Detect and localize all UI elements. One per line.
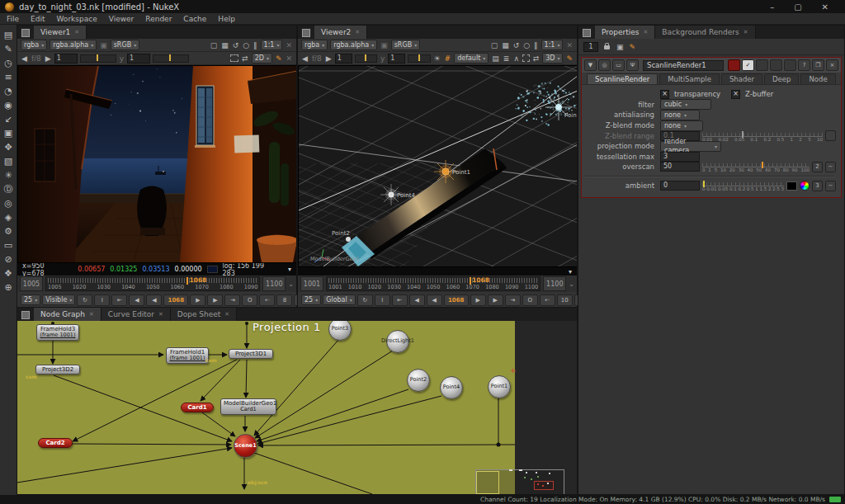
postage-stamp-toggle[interactable]: ✓	[742, 59, 754, 71]
ambient-animation-button[interactable]: ~	[825, 181, 836, 191]
overscan-slider[interactable]: 015102030405060708090100	[702, 162, 810, 172]
frame-range-mode-dropdown[interactable]: Global	[323, 294, 356, 305]
step-forward-button[interactable]: ▶	[190, 294, 205, 306]
prev-keyframe-button[interactable]: ◀	[129, 294, 144, 306]
range-end-input[interactable]: 1100	[543, 276, 566, 291]
view-mode-dropdown[interactable]: 2D	[252, 53, 272, 64]
zblend-range-slider[interactable]: 0.010.020.050.10.20.512510	[702, 131, 823, 141]
tab-close-icon[interactable]: ✕	[158, 311, 163, 318]
fps-dropdown[interactable]: 25	[21, 294, 40, 305]
info-expander-icon[interactable]: ▾	[569, 268, 572, 276]
viewer2-viewport[interactable]: Point4 Point1 Point2	[298, 65, 577, 267]
pause-icon[interactable]: ‖	[533, 41, 539, 49]
tab-scanlinerender[interactable]: ScanlineRender	[587, 73, 658, 84]
gain-up-icon[interactable]: ▶	[45, 54, 52, 63]
inout-button[interactable]: O	[242, 294, 257, 306]
tab-node-graph[interactable]: Node Graph ✕	[34, 308, 101, 321]
node-point2[interactable]: Point2	[407, 369, 430, 392]
transparency-checkbox[interactable]: ×	[660, 90, 669, 99]
gain-up-icon[interactable]: ▶	[325, 54, 333, 63]
tab-properties[interactable]: Properties ✕	[595, 26, 655, 39]
view-mode-dropdown[interactable]: 3D	[542, 53, 563, 64]
keyer-icon[interactable]: ↙	[2, 112, 15, 126]
decrement-button[interactable]: ⇠	[259, 294, 275, 306]
channels-dropdown[interactable]: rgba	[21, 40, 47, 50]
timeline-expander-icon[interactable]: ⌄	[288, 280, 294, 288]
edit-pencil-icon[interactable]: ✎	[629, 43, 637, 51]
gain-input[interactable]: 1	[335, 54, 352, 64]
timeline-ruler[interactable]: 1068 10011010102010301040105010601070108…	[326, 276, 541, 291]
goto-end-button[interactable]: ⇥	[505, 294, 521, 306]
gamma-slider[interactable]	[408, 54, 430, 63]
lock-icon[interactable]	[604, 45, 610, 49]
transform-icon[interactable]: ✥	[2, 140, 15, 154]
stop-button[interactable]: I	[94, 294, 110, 306]
inout-button[interactable]: O	[522, 294, 538, 306]
step-back-button[interactable]: ◀	[427, 294, 442, 306]
antialiasing-dropdown[interactable]: none	[660, 110, 700, 120]
decrement-button[interactable]: ⇠	[540, 294, 555, 306]
max-panels-input[interactable]: 1	[583, 42, 598, 52]
roi-icon[interactable]	[522, 54, 530, 62]
zblend-mode-dropdown[interactable]: none	[660, 120, 703, 131]
region-icon[interactable]: ○	[522, 41, 531, 49]
overscan-animation-button[interactable]: ~	[825, 162, 836, 172]
refresh-icon[interactable]: ↺	[512, 41, 521, 49]
input-process-icon[interactable]: ⇄	[532, 54, 541, 63]
prev-keyframe-button[interactable]: ◀	[409, 294, 425, 306]
node-framehold1[interactable]: FrameHold1 (frame 1001)	[166, 347, 209, 364]
gamma-input[interactable]: 1	[388, 54, 405, 64]
node-framehold3[interactable]: FrameHold3 (frame 1001)	[36, 324, 79, 341]
timeline-ruler[interactable]: 1068 10051020103010401050106010701080109…	[45, 276, 260, 291]
help-button[interactable]: ?	[798, 59, 810, 71]
shading-dropdown[interactable]: default	[454, 53, 489, 64]
minimize-button[interactable]: –	[770, 2, 774, 12]
maximize-button[interactable]: ▢	[794, 2, 801, 12]
node-project3d1[interactable]: Project3D1	[229, 349, 273, 359]
zblend-extra-button[interactable]	[825, 130, 836, 141]
menu-file[interactable]: File	[7, 15, 19, 23]
panel-menu-icon[interactable]	[582, 28, 592, 38]
tab-background-renders[interactable]: Background Renders ✕	[655, 26, 755, 39]
collapse-button[interactable]: ▼	[584, 59, 597, 71]
gain-slider[interactable]	[80, 54, 116, 63]
goto-start-button[interactable]: ⇤	[392, 294, 408, 306]
node-name-input[interactable]: ScanlineRender1	[643, 60, 724, 71]
ocio-icon[interactable]: ⊘	[2, 252, 15, 266]
node-project3d2[interactable]: Project3D2	[35, 365, 80, 374]
timeline-expander-icon[interactable]: ⌄	[569, 280, 574, 288]
particles-icon[interactable]: ✳	[2, 168, 15, 182]
deep-icon[interactable]: Ⓓ	[2, 182, 15, 196]
filter-dropdown[interactable]: cubic	[660, 99, 711, 110]
range-end-input[interactable]: 1100	[262, 276, 286, 291]
alpha-layer-dropdown[interactable]: rgba.alpha	[50, 40, 97, 50]
node-point4[interactable]: Point4	[440, 376, 463, 399]
snapshot-icon[interactable]: ▣	[616, 43, 625, 51]
node-card2[interactable]: Card2	[38, 438, 73, 448]
ambient-slider[interactable]: 00.010.050.10.20.511.522.53	[702, 181, 784, 191]
node-directlight1[interactable]: DirectLight1	[386, 330, 409, 353]
pause-icon[interactable]: ‖	[253, 41, 258, 49]
color-picker-icon[interactable]	[800, 181, 810, 191]
tab-node[interactable]: Node	[800, 73, 835, 84]
disabled-button-3[interactable]	[784, 59, 796, 71]
gain-slider[interactable]	[355, 54, 377, 63]
3d-icon[interactable]: ▧	[2, 154, 15, 168]
lut-dropdown[interactable]: sRGB	[391, 40, 420, 50]
goto-start-button[interactable]: ⇤	[111, 294, 127, 306]
minmax-button[interactable]: ▭	[612, 59, 625, 71]
gain-down-icon[interactable]: ◀	[301, 54, 309, 63]
menu-render[interactable]: Render	[145, 15, 172, 23]
monitor-out-icon[interactable]: ▢	[210, 41, 219, 49]
step-forward-button[interactable]: ▶	[470, 294, 486, 306]
zbuffer-checkbox[interactable]: ×	[731, 90, 740, 99]
tab-curve-editor[interactable]: Curve Editor ✕	[101, 308, 171, 321]
step-back-button[interactable]: ◀	[146, 294, 162, 306]
proxy-grid-icon[interactable]: ▦	[501, 41, 510, 49]
metadata-icon[interactable]: ◈	[2, 210, 15, 224]
gain-down-icon[interactable]: ◀	[21, 54, 28, 63]
menu-viewer[interactable]: Viewer	[109, 15, 135, 23]
node-card1[interactable]: Card1	[181, 403, 214, 412]
monitor-out-icon[interactable]: ▢	[490, 41, 499, 49]
region-icon[interactable]: ○	[242, 41, 250, 49]
